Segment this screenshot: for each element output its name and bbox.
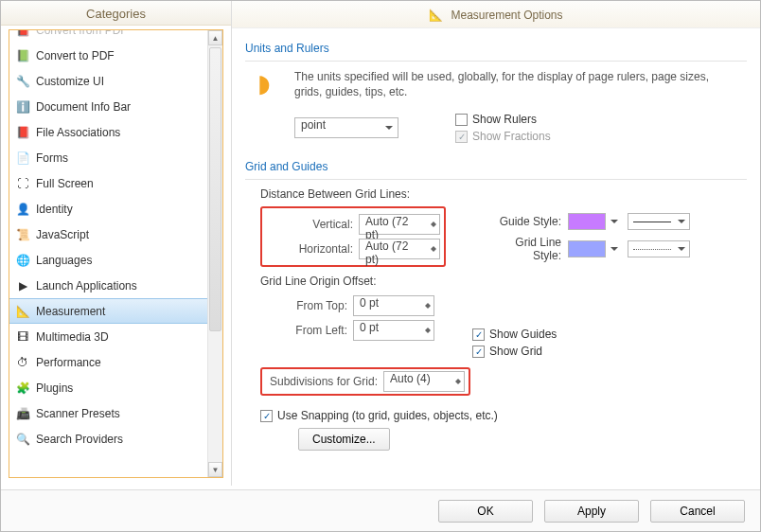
category-list[interactable]: 📕Convert from PDF📗Convert to PDF🔧Customi… [9, 30, 222, 477]
origin-label: Grid Line Origin Offset: [260, 275, 747, 288]
show-fractions-checkbox [455, 131, 468, 143]
category-label: Document Info Bar [36, 100, 131, 114]
horizontal-spinner[interactable]: Auto (72 pt) [359, 239, 440, 259]
apply-button[interactable]: Apply [544, 500, 639, 523]
show-guides-label: Show Guides [489, 328, 557, 341]
sidebar-item-scanner-presets[interactable]: 📠Scanner Presets [9, 400, 222, 426]
from-left-spinner[interactable]: 0 pt [353, 320, 434, 341]
category-label: Launch Applications [36, 279, 137, 293]
from-top-spinner[interactable]: 0 pt [353, 295, 434, 316]
show-fractions-label: Show Fractions [472, 130, 551, 143]
highlight-subdivisions: Subdivisions for Grid: Auto (4) [260, 367, 470, 396]
distance-label: Distance Between Grid Lines: [260, 187, 747, 201]
grid-line-style[interactable] [628, 240, 690, 257]
category-icon: 🌐 [15, 253, 30, 268]
ok-button[interactable]: OK [438, 500, 533, 523]
category-label: Languages [36, 254, 92, 267]
category-label: Scanner Presets [36, 407, 120, 420]
category-icon: 👤 [15, 202, 30, 217]
sidebar-item-document-info-bar[interactable]: ℹ️Document Info Bar [9, 94, 222, 119]
sidebar-item-identity[interactable]: 👤Identity [9, 196, 222, 222]
category-icon: ℹ️ [15, 99, 30, 115]
sidebar-item-customize-ui[interactable]: 🔧Customize UI [9, 68, 222, 94]
protractor-icon: ◗ [245, 69, 283, 99]
category-icon: 📕 [15, 30, 30, 38]
customize-button[interactable]: Customize... [298, 428, 390, 451]
category-label: Performance [36, 356, 101, 369]
sidebar-item-javascript[interactable]: 📜JavaScript [9, 222, 222, 247]
main-panel: 📐 Measurement Options Units and Rulers ◗… [232, 1, 760, 486]
scroll-down-button[interactable]: ▼ [208, 462, 222, 477]
sidebar-title: Categories [1, 1, 231, 26]
scroll-thumb[interactable] [209, 47, 221, 331]
from-top-label: From Top: [260, 299, 347, 312]
category-icon: 🔧 [15, 74, 30, 89]
scrollbar[interactable]: ▲ ▼ [207, 30, 222, 477]
category-icon: 🔍 [15, 432, 30, 447]
show-rulers-label: Show Rulers [472, 113, 537, 126]
sidebar-item-convert-to-pdf[interactable]: 📗Convert to PDF [9, 43, 222, 68]
units-description: The units specified will be used, global… [294, 69, 747, 99]
category-label: Customize UI [36, 75, 104, 88]
show-rulers-checkbox[interactable] [455, 114, 468, 126]
category-label: Forms [36, 151, 68, 165]
show-grid-label: Show Grid [489, 345, 542, 358]
category-icon: ▶ [15, 278, 30, 293]
category-label: Full Screen [36, 177, 94, 190]
category-label: Plugins [36, 381, 73, 395]
sidebar-item-plugins[interactable]: 🧩Plugins [9, 375, 222, 400]
sidebar-item-convert-from-pdf[interactable]: 📕Convert from PDF [9, 30, 222, 43]
sidebar-item-performance[interactable]: ⏱Performance [9, 349, 222, 375]
grid-color-swatch[interactable] [568, 240, 606, 257]
highlight-distance: Vertical:Auto (72 pt) Horizontal:Auto (7… [260, 206, 446, 267]
sidebar-item-launch-applications[interactable]: ▶Launch Applications [9, 273, 222, 298]
sidebar-item-full-screen[interactable]: ⛶Full Screen [9, 170, 222, 196]
subdiv-label: Subdivisions for Grid: [266, 375, 378, 388]
category-icon: 📄 [15, 151, 30, 166]
category-label: Search Providers [36, 433, 123, 446]
grid-style-label: Grid Line Style: [484, 236, 561, 262]
category-label: JavaScript [36, 228, 89, 241]
sidebar-item-forms[interactable]: 📄Forms [9, 145, 222, 170]
show-guides-checkbox[interactable] [472, 328, 485, 341]
sidebar-item-measurement[interactable]: 📐Measurement [9, 298, 222, 324]
dialog-footer: OK Apply Cancel [1, 489, 760, 531]
units-group-title: Units and Rulers [245, 42, 747, 55]
sidebar-item-multimedia-3d[interactable]: 🎞Multimedia 3D [9, 324, 222, 349]
category-icon: 📜 [15, 227, 30, 242]
snapping-label: Use Snapping (to grid, guides, objects, … [277, 409, 498, 422]
subdiv-spinner[interactable]: Auto (4) [383, 371, 465, 392]
category-icon: 🎞 [15, 329, 30, 345]
vertical-label: Vertical: [266, 218, 353, 231]
sidebar-item-search-providers[interactable]: 🔍Search Providers [9, 426, 222, 452]
category-label: File Associations [36, 126, 120, 139]
category-icon: 🧩 [15, 381, 30, 396]
category-icon: 📕 [15, 125, 30, 140]
category-icon: ⛶ [15, 176, 30, 191]
category-icon: 📠 [15, 406, 30, 421]
guide-style-label: Guide Style: [484, 215, 561, 228]
category-label: Identity [36, 203, 73, 216]
category-label: Measurement [36, 305, 105, 318]
vertical-spinner[interactable]: Auto (72 pt) [359, 214, 440, 235]
ruler-icon: 📐 [429, 9, 443, 22]
snapping-checkbox[interactable] [260, 410, 273, 422]
category-label: Convert from PDF [36, 30, 128, 37]
category-label: Multimedia 3D [36, 330, 109, 344]
horizontal-label: Horizontal: [266, 242, 353, 256]
guide-line-style[interactable] [628, 213, 690, 230]
sidebar-item-languages[interactable]: 🌐Languages [9, 247, 222, 273]
scroll-up-button[interactable]: ▲ [208, 30, 222, 45]
category-icon: 📗 [15, 48, 30, 63]
show-grid-checkbox[interactable] [472, 346, 485, 358]
category-label: Convert to PDF [36, 49, 115, 62]
from-left-label: From Left: [260, 324, 347, 337]
categories-sidebar: Categories 📕Convert from PDF📗Convert to … [1, 1, 232, 486]
unit-select[interactable]: point [294, 117, 398, 138]
cancel-button[interactable]: Cancel [650, 500, 745, 523]
guide-color-swatch[interactable] [568, 213, 606, 230]
category-icon: ⏱ [15, 355, 30, 370]
main-title-bar: 📐 Measurement Options [232, 1, 760, 28]
category-icon: 📐 [15, 304, 30, 319]
sidebar-item-file-associations[interactable]: 📕File Associations [9, 119, 222, 145]
